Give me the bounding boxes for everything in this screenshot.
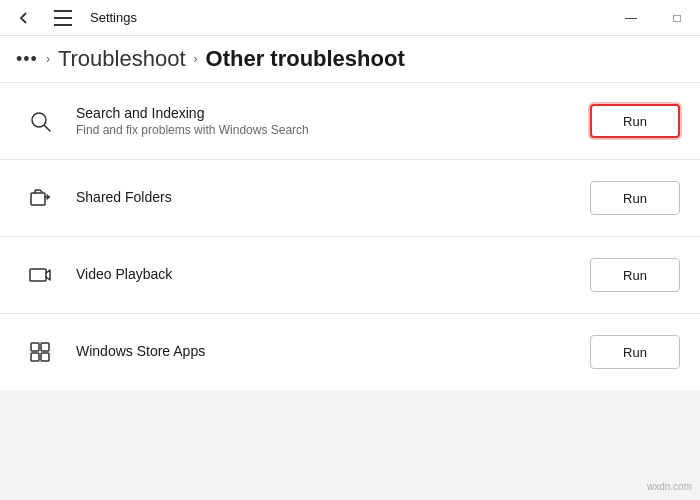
- video-playback-icon: [20, 255, 60, 295]
- svg-rect-13: [41, 353, 49, 361]
- nav-dots[interactable]: •••: [16, 49, 38, 70]
- run-windows-store-apps-button[interactable]: Run: [590, 335, 680, 369]
- list-item: Video Playback Run: [0, 237, 700, 314]
- breadcrumb-parent[interactable]: Troubleshoot: [58, 46, 186, 72]
- settings-window: Settings — □ ••• › Troubleshoot › Other …: [0, 0, 700, 500]
- nav-chevron-1: ›: [46, 52, 50, 66]
- item-text: Search and Indexing Find and fix problem…: [76, 105, 590, 137]
- windows-store-icon: [20, 332, 60, 372]
- run-shared-folders-button[interactable]: Run: [590, 181, 680, 215]
- item-title: Video Playback: [76, 266, 590, 282]
- window-title: Settings: [90, 10, 137, 25]
- svg-rect-1: [54, 17, 72, 19]
- svg-rect-0: [54, 10, 72, 12]
- item-text: Shared Folders: [76, 189, 590, 207]
- watermark: wxdn.com: [647, 481, 692, 492]
- troubleshoot-list: Search and Indexing Find and fix problem…: [0, 83, 700, 390]
- item-description: Find and fix problems with Windows Searc…: [76, 123, 590, 137]
- list-item: Search and Indexing Find and fix problem…: [0, 83, 700, 160]
- search-icon: [20, 101, 60, 141]
- maximize-button[interactable]: □: [654, 0, 700, 36]
- title-bar-left: Settings: [12, 6, 137, 30]
- item-title: Shared Folders: [76, 189, 590, 205]
- breadcrumb-current: Other troubleshoot: [206, 46, 405, 72]
- nav-chevron-2: ›: [194, 52, 198, 66]
- menu-button[interactable]: [50, 6, 76, 30]
- svg-rect-5: [31, 193, 45, 205]
- shared-folders-icon: [20, 178, 60, 218]
- item-title: Search and Indexing: [76, 105, 590, 121]
- item-text: Video Playback: [76, 266, 590, 284]
- svg-rect-9: [30, 269, 46, 281]
- list-item: Windows Store Apps Run: [0, 314, 700, 390]
- svg-line-4: [45, 126, 51, 132]
- item-title: Windows Store Apps: [76, 343, 590, 359]
- svg-rect-2: [54, 24, 72, 26]
- list-item: Shared Folders Run: [0, 160, 700, 237]
- svg-rect-11: [41, 343, 49, 351]
- minimize-button[interactable]: —: [608, 0, 654, 36]
- svg-rect-10: [31, 343, 39, 351]
- title-bar: Settings — □: [0, 0, 700, 36]
- nav-bar: ••• › Troubleshoot › Other troubleshoot: [0, 36, 700, 83]
- title-bar-controls: — □: [608, 0, 700, 36]
- back-button[interactable]: [12, 6, 36, 30]
- run-search-indexing-button[interactable]: Run: [590, 104, 680, 138]
- svg-point-3: [32, 113, 46, 127]
- item-text: Windows Store Apps: [76, 343, 590, 361]
- content-area: Search and Indexing Find and fix problem…: [0, 83, 700, 500]
- svg-rect-12: [31, 353, 39, 361]
- run-video-playback-button[interactable]: Run: [590, 258, 680, 292]
